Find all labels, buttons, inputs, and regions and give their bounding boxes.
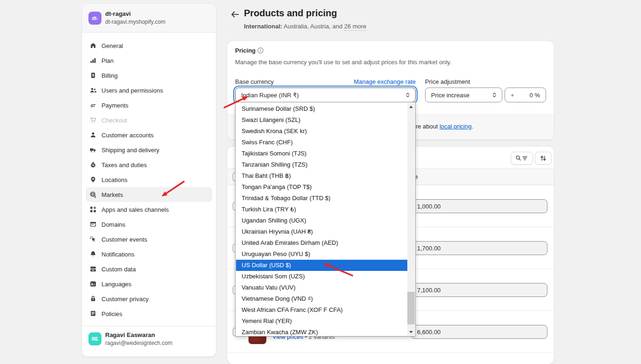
market-name: International:: [244, 23, 282, 30]
page-header: Products and pricing International: Aust…: [227, 7, 554, 35]
search-filter-button[interactable]: [511, 152, 533, 165]
currency-option-us-dollar-usd[interactable]: US Dollar (USD $): [236, 260, 407, 271]
user-footer[interactable]: RE Ragavi Easwaran ragavi@wedesigntech.c…: [82, 326, 216, 357]
sidebar-item-customer-events[interactable]: Customer events: [86, 232, 212, 247]
chevron-updown-icon: [491, 92, 498, 98]
settings-sidebar: dt- dt-ragavi dt-ragavi.myshopify.com Ge…: [82, 4, 216, 357]
sidebar-item-shipping-and-delivery[interactable]: Shipping and delivery: [86, 142, 212, 157]
svg-text:A: A: [91, 283, 93, 286]
currency-option-tajikistani-somoni-tjs[interactable]: Tajikistani Somoni (TJS): [236, 148, 407, 159]
manage-exchange-rate-link[interactable]: Manage exchange rate: [354, 78, 416, 85]
store-avatar: dt-: [88, 12, 101, 25]
tax-icon: %: [89, 161, 97, 169]
base-currency-select[interactable]: Indian Rupee (INR ₹): [235, 88, 416, 102]
person-icon: [89, 131, 97, 139]
currency-option-yemeni-rial-yer[interactable]: Yemeni Rial (YER): [236, 316, 407, 327]
price-input[interactable]: 6,600.00: [411, 325, 547, 339]
page-subtitle: International: Australia, Austria, and 2…: [244, 23, 366, 30]
currency-option-vietnamese-dong-vnd[interactable]: Vietnamese Dong (VND ₫): [236, 293, 407, 304]
sidebar-item-label: Plan: [101, 57, 114, 64]
sidebar-item-policies[interactable]: Policies: [86, 306, 212, 321]
pricing-section-title: Pricing: [235, 47, 256, 54]
sidebar-item-label: Customer events: [101, 236, 147, 243]
svg-text:z: z: [94, 283, 95, 286]
truck-icon: [89, 146, 97, 154]
user-avatar: RE: [88, 332, 101, 345]
sidebar-item-domains[interactable]: Domains: [86, 217, 212, 232]
user-name: Ragavi Easwaran: [105, 331, 155, 338]
settings-nav: GeneralPlan$BillingUsers and permissions…: [86, 38, 212, 321]
currency-option-turkish-lira-try[interactable]: Turkish Lira (TRY ₺): [236, 204, 407, 215]
currency-option-surinamese-dollar-srd[interactable]: Surinamese Dollar (SRD $): [236, 103, 407, 115]
policy-icon: [89, 310, 97, 317]
currency-option-vanuatu-vatu-vuv[interactable]: Vanuatu Vatu (VUV): [236, 282, 407, 293]
pin-icon: [89, 176, 97, 183]
info-icon[interactable]: [257, 47, 264, 54]
sidebar-item-locations[interactable]: Locations: [86, 172, 212, 187]
store-domain: dt-ragavi.myshopify.com: [105, 19, 165, 25]
sidebar-item-general[interactable]: General: [86, 38, 212, 53]
sidebar-item-languages[interactable]: AzLanguages: [86, 276, 212, 291]
scrollbar-thumb[interactable]: [407, 292, 415, 324]
sidebar-item-custom-data[interactable]: Custom data: [86, 262, 212, 276]
sidebar-item-label: Users and permissions: [101, 87, 163, 94]
scroll-down-arrow[interactable]: [407, 328, 415, 336]
currency-option-list: Surinamese Dollar (SRD $)Swazi Lilangeni…: [236, 103, 407, 337]
dropdown-scrollbar[interactable]: [407, 103, 415, 336]
currency-option-swiss-franc-chf[interactable]: Swiss Franc (CHF): [236, 137, 407, 148]
currency-option-trinidad-tobago-dollar-ttd[interactable]: Trinidad & Tobago Dollar (TTD $): [236, 193, 407, 204]
currency-option-uruguayan-peso-uyu[interactable]: Uruguayan Peso (UYU $): [236, 249, 407, 260]
sidebar-item-apps-and-sales-channels[interactable]: Apps and sales channels: [86, 202, 212, 217]
price-adjustment-value: Price increase: [431, 92, 469, 99]
sidebar-item-checkout: Checkout: [86, 113, 212, 128]
sidebar-item-label: Payments: [101, 102, 128, 109]
data-icon: [89, 265, 97, 273]
local-pricing-link[interactable]: local pricing: [439, 123, 472, 130]
currency-option-swazi-lilangeni-szl[interactable]: Swazi Lilangeni (SZL): [236, 115, 407, 126]
payments-icon: [89, 101, 97, 109]
sidebar-item-label: Customer privacy: [101, 296, 148, 303]
sidebar-item-plan[interactable]: Plan: [86, 53, 212, 68]
sidebar-item-customer-accounts[interactable]: Customer accounts: [86, 128, 212, 142]
currency-option-united-arab-emirates-dirham-aed[interactable]: United Arab Emirates Dirham (AED): [236, 237, 407, 249]
sidebar-item-customer-privacy[interactable]: Customer privacy: [86, 291, 212, 306]
pricing-description: Manage the base currency you'll use to s…: [235, 59, 452, 66]
sidebar-item-taxes-and-duties[interactable]: %Taxes and duties: [86, 157, 212, 172]
currency-option-uzbekistani-som-uzs[interactable]: Uzbekistani Som (UZS): [236, 271, 407, 282]
sidebar-item-label: Customer accounts: [101, 132, 154, 139]
scroll-up-arrow[interactable]: [407, 103, 415, 110]
currency-option-ukrainian-hryvnia-uah[interactable]: Ukrainian Hryvnia (UAH ₴): [236, 226, 407, 237]
price-input[interactable]: 1,000.00: [411, 199, 547, 213]
store-name: dt-ragavi: [105, 10, 131, 17]
price-adjustment-select[interactable]: Price increase: [425, 88, 502, 102]
svg-text:%: %: [92, 164, 94, 167]
sort-button[interactable]: [535, 152, 552, 165]
chevron-updown-icon: [405, 92, 411, 98]
sidebar-item-label: Notifications: [101, 251, 135, 258]
price-input[interactable]: 7,100.00: [411, 283, 547, 297]
currency-option-west-african-cfa-franc-xof-f-cfa[interactable]: West African CFA Franc (XOF F CFA): [236, 304, 407, 316]
billing-icon: $: [89, 72, 97, 79]
globe-icon: $: [89, 191, 97, 198]
sidebar-item-notifications[interactable]: Notifications: [86, 247, 212, 262]
price-adjustment-percent-input[interactable]: + 0 %: [505, 88, 546, 102]
currency-option-swedish-krona-sek-kr[interactable]: Swedish Krona (SEK kr): [236, 126, 407, 137]
currency-dropdown: Surinamese Dollar (SRD $)Swazi Lilangeni…: [235, 102, 416, 337]
currency-option-thai-baht-thb[interactable]: Thai Baht (THB ฿): [236, 170, 407, 182]
sidebar-item-payments[interactable]: Payments: [86, 98, 212, 113]
currency-option-ugandan-shilling-ugx[interactable]: Ugandan Shilling (UGX): [236, 215, 407, 226]
currency-option-tanzanian-shilling-tzs[interactable]: Tanzanian Shilling (TZS): [236, 159, 407, 170]
currency-option-tongan-pa-anga-top-t[interactable]: Tongan Pa'anga (TOP T$): [236, 182, 407, 193]
sidebar-item-users-and-permissions[interactable]: Users and permissions: [86, 83, 212, 98]
more-countries-link[interactable]: 26 more: [344, 23, 366, 31]
domain-icon: [89, 221, 97, 228]
svg-text:$: $: [94, 195, 96, 199]
back-arrow-icon[interactable]: [230, 9, 240, 20]
currency-option-zambian-kwacha-zmw-zk[interactable]: Zambian Kwacha (ZMW ZK): [236, 327, 407, 337]
sidebar-item-billing[interactable]: $Billing: [86, 68, 212, 83]
cart-icon: [89, 116, 97, 124]
price-input[interactable]: 1,700.00: [411, 241, 547, 255]
store-header[interactable]: dt- dt-ragavi dt-ragavi.myshopify.com: [82, 4, 216, 33]
sidebar-item-markets[interactable]: $Markets: [86, 187, 212, 202]
percent-value: 0 %: [530, 92, 540, 99]
